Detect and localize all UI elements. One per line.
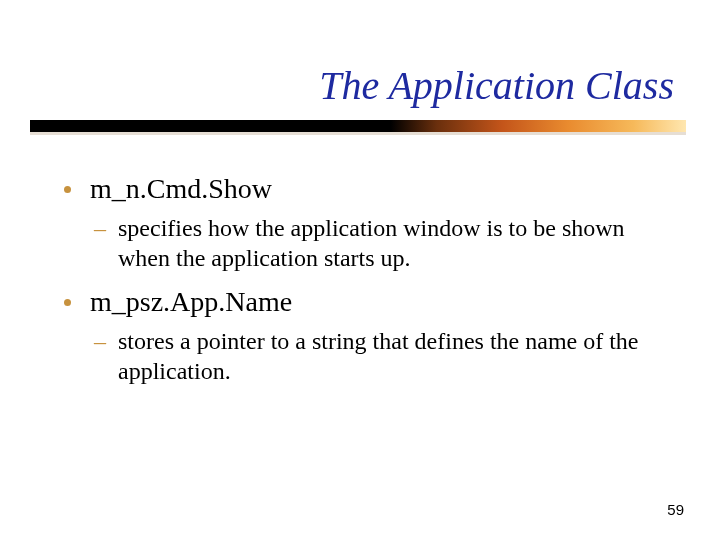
gradient-rule-shadow — [30, 132, 686, 135]
gradient-rule-bar — [30, 120, 686, 132]
content-area: m_n.Cmd.Show – specifies how the applica… — [60, 160, 660, 400]
bullet-2-sub-text: stores a pointer to a string that define… — [118, 328, 639, 384]
dash-icon: – — [94, 213, 106, 243]
bullet-1-label: m_n.Cmd.Show — [90, 173, 272, 204]
slide: The Application Class m_n.Cmd.Show – spe… — [0, 0, 720, 540]
bullet-dot-icon — [64, 299, 71, 306]
bullet-1: m_n.Cmd.Show — [60, 174, 660, 205]
bullet-2-label: m_psz.App.Name — [90, 286, 292, 317]
bullet-2-sub: – stores a pointer to a string that defi… — [94, 326, 660, 386]
page-number: 59 — [667, 501, 684, 518]
bullet-dot-icon — [64, 186, 71, 193]
gradient-rule — [30, 120, 686, 135]
slide-title: The Application Class — [319, 62, 674, 109]
bullet-2: m_psz.App.Name — [60, 287, 660, 318]
bullet-1-sub-text: specifies how the application window is … — [118, 215, 625, 271]
dash-icon: – — [94, 326, 106, 356]
bullet-1-sub: – specifies how the application window i… — [94, 213, 660, 273]
